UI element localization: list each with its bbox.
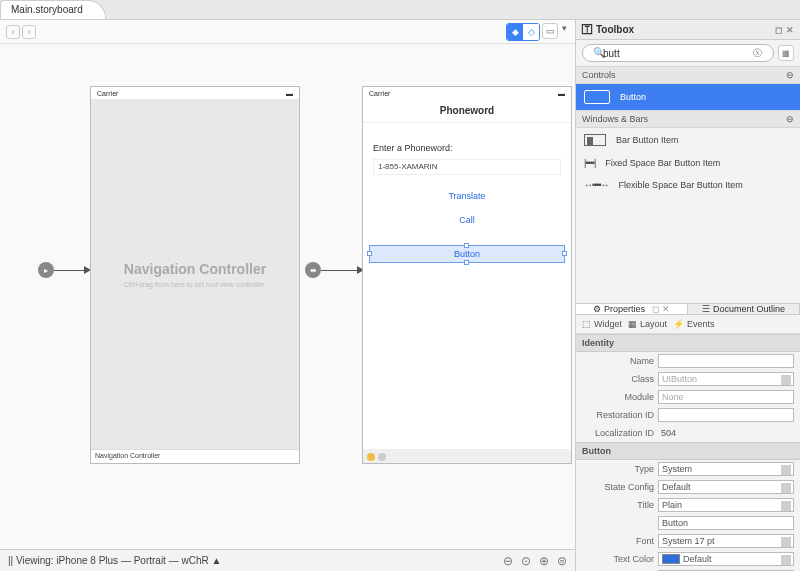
status-carrier-2: Carrier <box>369 90 390 97</box>
selected-button[interactable]: Button <box>369 245 565 263</box>
collapse-icon: ⊖ <box>786 70 794 80</box>
initial-indicator-icon: ▸ <box>38 262 54 278</box>
toolbox-view-toggle[interactable]: ▦ <box>778 45 794 61</box>
first-responder-icon[interactable] <box>378 453 386 461</box>
toolbox-item-barbutton[interactable]: Bar Button Item <box>576 128 800 152</box>
storyboard-canvas[interactable]: ▸ Carrier ▬ Navigation Controller Ctrl+d… <box>0 44 575 549</box>
name-field[interactable] <box>658 354 794 368</box>
root-segue[interactable]: ⬌ <box>305 262 364 278</box>
resize-handle-right[interactable] <box>562 251 567 256</box>
class-field[interactable]: UIButton <box>658 372 794 386</box>
resize-handle-top[interactable] <box>464 243 469 248</box>
collapse-icon-2: ⊖ <box>786 114 794 124</box>
toolbox-close-button[interactable]: ✕ <box>786 25 794 35</box>
canvas-column: ‹ › ◆ ◇ ▭ ▾ ▸ Carrier <box>0 20 576 571</box>
toolbox-search: 🔍 ⓧ ▦ <box>582 44 794 62</box>
text-color-swatch <box>662 554 680 564</box>
zoom-actual-button[interactable]: ⊜ <box>557 554 567 568</box>
viewing-value: iPhone 8 Plus — Portrait — wChR <box>56 555 208 566</box>
toolbox-search-input[interactable] <box>582 44 774 62</box>
state-config-dropdown[interactable]: Default <box>658 480 794 494</box>
zoom-out-button[interactable]: ⊖ <box>503 554 513 568</box>
font-field[interactable]: System 17 pt <box>658 534 794 548</box>
outline-icon: ☰ <box>702 304 710 314</box>
toolbox-header: 🅃Toolbox ◻✕ <box>576 20 800 40</box>
tab-detach-icon[interactable]: ◻ <box>652 304 659 314</box>
flexspace-glyph-icon: ↔••••↔ <box>584 180 609 190</box>
phoneword-label: Enter a Phoneword: <box>363 123 571 157</box>
mode-toggle[interactable]: ◆ ◇ <box>506 23 540 41</box>
canvas-menu-button[interactable]: ▾ <box>560 23 569 41</box>
localization-id-value: 504 <box>658 426 794 440</box>
zoom-fit-button[interactable]: ⊙ <box>521 554 531 568</box>
bars-icon: || <box>8 555 13 566</box>
button-section-header[interactable]: Button <box>576 442 800 460</box>
fixedspace-glyph-icon: |••••| <box>584 158 595 168</box>
call-button[interactable]: Call <box>363 201 571 225</box>
identity-section-header[interactable]: Identity <box>576 334 800 352</box>
events-subtab[interactable]: ⚡ Events <box>673 319 715 329</box>
widget-subtab[interactable]: ⬚ Widget <box>582 319 622 329</box>
scene-dock <box>363 449 571 463</box>
side-panel: 🅃Toolbox ◻✕ 🔍 ⓧ ▦ Controls⊖ Button Windo… <box>576 20 800 571</box>
selected-button-label: Button <box>454 249 480 259</box>
text-color-dropdown[interactable]: Default <box>658 552 794 566</box>
button-glyph-icon <box>584 90 610 104</box>
status-battery-icon-2: ▬ <box>558 90 565 97</box>
nav-subtitle: Ctrl+drag from here to set root view con… <box>124 281 266 288</box>
module-field[interactable]: None <box>658 390 794 404</box>
resize-handle-bottom[interactable] <box>464 260 469 265</box>
file-tab[interactable]: Main.storyboard <box>0 0 106 19</box>
mode-b-icon: ◇ <box>523 24 539 40</box>
tab-bar: Main.storyboard <box>0 0 800 20</box>
property-subtabs: ⬚ Widget ▦ Layout ⚡ Events <box>576 315 800 334</box>
canvas-toolbar: ‹ › ◆ ◇ ▭ ▾ <box>0 20 575 44</box>
phoneword-textfield[interactable]: 1-855-XAMARIN <box>373 159 561 175</box>
vc-icon[interactable] <box>367 453 375 461</box>
search-icon: 🔍 <box>593 47 605 58</box>
restoration-id-field[interactable] <box>658 408 794 422</box>
title-text-field[interactable]: Button <box>658 516 794 530</box>
viewing-prefix: Viewing: <box>16 555 54 566</box>
navigation-controller-scene[interactable]: Carrier ▬ Navigation Controller Ctrl+dra… <box>90 86 300 464</box>
toolbox-detach-button[interactable]: ◻ <box>775 25 782 35</box>
toolbox-item-button[interactable]: Button <box>576 84 800 110</box>
nav-title: Navigation Controller <box>124 261 266 277</box>
outline-toggle-button[interactable]: ▭ <box>542 23 558 39</box>
canvas-bottom-bar: || Viewing: iPhone 8 Plus — Portrait — w… <box>0 549 575 571</box>
properties-tab[interactable]: ⚙Properties◻✕ <box>576 304 688 314</box>
nav-back-button[interactable]: ‹ <box>6 25 20 39</box>
nav-forward-button[interactable]: › <box>22 25 36 39</box>
resize-handle-left[interactable] <box>367 251 372 256</box>
nav-footer: Navigation Controller <box>91 449 299 463</box>
nav-bar-title: Phoneword <box>363 99 571 123</box>
file-tab-label: Main.storyboard <box>11 4 83 15</box>
toolbox-icon: 🅃 <box>582 24 592 35</box>
status-carrier: Carrier <box>97 90 118 97</box>
translate-button[interactable]: Translate <box>363 177 571 201</box>
controls-group-header[interactable]: Controls⊖ <box>576 66 800 84</box>
type-dropdown[interactable]: System <box>658 462 794 476</box>
initial-segue: ▸ <box>38 262 91 278</box>
status-battery-icon: ▬ <box>286 90 293 97</box>
barbutton-glyph-icon <box>584 134 606 146</box>
viewing-control[interactable]: || Viewing: iPhone 8 Plus — Portrait — w… <box>8 555 221 566</box>
toolbox-title: Toolbox <box>596 24 634 35</box>
view-controller-scene[interactable]: Carrier ▬ Phoneword Enter a Phoneword: 1… <box>362 86 572 464</box>
layout-subtab[interactable]: ▦ Layout <box>628 319 667 329</box>
bars-group-header[interactable]: Windows & Bars⊖ <box>576 110 800 128</box>
toolbox-item-fixedspace[interactable]: |••••| Fixed Space Bar Button Item <box>576 152 800 174</box>
properties-panel: ⚙Properties◻✕ ☰Document Outline ⬚ Widget… <box>576 303 800 571</box>
mode-a-icon: ◆ <box>507 24 523 40</box>
toolbox-item-flexspace[interactable]: ↔••••↔ Flexible Space Bar Button Item <box>576 174 800 196</box>
search-clear-button[interactable]: ⓧ <box>753 47 762 60</box>
document-outline-tab[interactable]: ☰Document Outline <box>688 304 800 314</box>
zoom-in-button[interactable]: ⊕ <box>539 554 549 568</box>
tab-close-icon[interactable]: ✕ <box>662 304 670 314</box>
viewing-arrow-icon: ▲ <box>211 555 221 566</box>
properties-icon: ⚙ <box>593 304 601 314</box>
title-type-dropdown[interactable]: Plain <box>658 498 794 512</box>
segue-icon: ⬌ <box>305 262 321 278</box>
